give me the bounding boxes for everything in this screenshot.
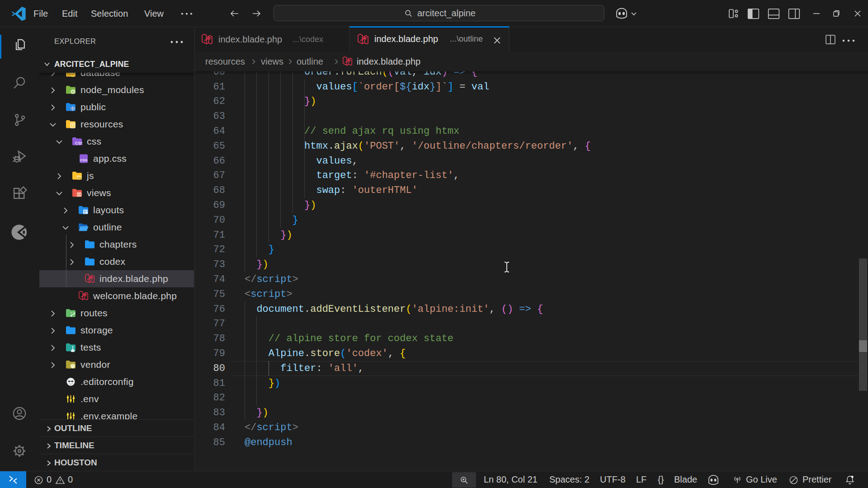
svg-text:<>: <> [77,192,81,197]
svg-text:JS: JS [77,176,81,180]
svg-text:CSS: CSS [80,158,88,162]
svg-text:CSS: CSS [75,141,82,145]
